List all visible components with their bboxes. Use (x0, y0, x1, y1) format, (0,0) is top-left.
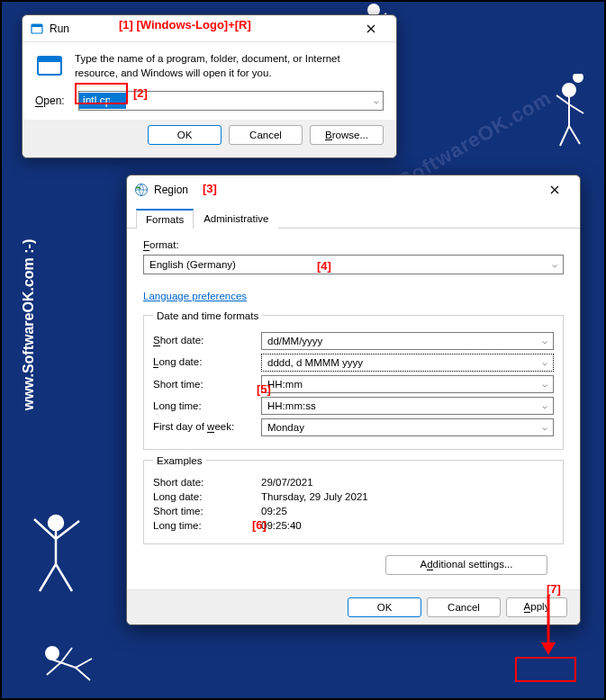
run-body-icon (35, 51, 66, 82)
examples-legend: Examples (153, 455, 206, 466)
close-button[interactable] (353, 17, 389, 40)
close-icon (550, 185, 559, 194)
svg-rect-10 (38, 57, 61, 62)
open-combobox[interactable]: ⌵ (78, 91, 384, 111)
tab-bar: Formats Administrative (127, 204, 580, 229)
decorative-figure (542, 74, 596, 164)
language-preferences-link[interactable]: Language preferences (143, 291, 247, 301)
chevron-down-icon: ⌵ (552, 259, 557, 269)
close-button[interactable] (537, 178, 573, 202)
ex-long-time-label: Long time: (153, 520, 261, 531)
run-body: Type the name of a program, folder, docu… (23, 42, 396, 87)
run-button-row: OK Cancel Browse... (23, 120, 396, 157)
format-value: English (Germany) (149, 259, 236, 270)
open-input[interactable] (79, 93, 126, 109)
long-time-label: Long time: (153, 400, 261, 411)
ok-button[interactable]: OK (348, 597, 421, 617)
chevron-down-icon: ⌵ (374, 95, 379, 105)
run-description: Type the name of a program, folder, docu… (75, 51, 384, 82)
ex-short-time-label: Short time: (153, 506, 261, 516)
ok-button[interactable]: OK (148, 125, 222, 145)
run-icon (30, 22, 44, 36)
chevron-down-icon: ⌵ (542, 422, 547, 432)
tab-administrative[interactable]: Administrative (194, 209, 278, 229)
date-time-formats-legend: Date and time formats (153, 310, 262, 321)
svg-point-3 (49, 516, 63, 530)
region-footer: OK Cancel Apply (127, 589, 580, 624)
format-label: Format: (143, 239, 564, 251)
tab-panel-formats: Format: English (Germany) ⌵ Language pre… (127, 229, 580, 589)
globe-icon (134, 183, 149, 197)
first-day-combobox[interactable]: Monday⌵ (261, 418, 554, 436)
region-titlebar[interactable]: Region (127, 175, 580, 204)
cancel-button[interactable]: Cancel (427, 597, 501, 617)
svg-rect-8 (32, 24, 42, 27)
tab-formats[interactable]: Formats (136, 209, 194, 229)
format-combobox[interactable]: English (Germany) ⌵ (143, 255, 564, 274)
side-watermark: www.SoftwareOK.com :-) (21, 235, 37, 415)
short-date-combobox[interactable]: dd/MM/yyyy⌵ (261, 332, 554, 350)
ex-short-date-value: 29/07/2021 (261, 477, 554, 488)
short-time-label: Short time: (153, 379, 261, 390)
examples-fieldset: Examples Short date:29/07/2021 Long date… (143, 455, 564, 544)
close-icon (366, 24, 375, 33)
annotation-7-box (515, 657, 576, 682)
run-titlebar[interactable]: Run (23, 15, 396, 42)
region-dialog: Region Formats Administrative Format: En… (126, 175, 581, 625)
long-date-label: Long date: (153, 356, 261, 368)
chevron-down-icon: ⌵ (542, 357, 547, 367)
first-day-label: First day of week: (153, 421, 261, 433)
run-dialog: Run Type the name of a program, folder, … (22, 14, 397, 158)
ex-long-time-value: 09:25:40 (261, 520, 554, 531)
ex-long-date-label: Long date: (153, 491, 261, 502)
ex-long-date-value: Thursday, 29 July 2021 (261, 491, 554, 502)
browse-button[interactable]: Browse... (310, 125, 384, 145)
long-time-combobox[interactable]: HH:mm:ss⌵ (261, 397, 554, 415)
run-dialog-title: Run (50, 22, 353, 35)
svg-point-1 (563, 84, 575, 96)
chevron-down-icon: ⌵ (542, 379, 547, 389)
region-dialog-title: Region (154, 184, 537, 196)
cancel-button[interactable]: Cancel (229, 125, 303, 145)
svg-marker-6 (541, 642, 556, 655)
additional-settings-button[interactable]: Additional settings... (385, 555, 547, 575)
apply-button[interactable]: Apply (506, 597, 567, 617)
ex-short-time-value: 09:25 (261, 506, 554, 516)
long-date-combobox[interactable]: dddd, d MMMM yyyy⌵ (261, 354, 554, 372)
short-time-combobox[interactable]: HH:mm⌵ (261, 375, 554, 393)
decorative-figure (29, 632, 110, 686)
svg-point-4 (46, 647, 59, 660)
chevron-down-icon: ⌵ (542, 400, 547, 410)
short-date-label: Short date: (153, 335, 261, 346)
decorative-figure (13, 501, 103, 609)
ex-short-date-label: Short date: (153, 477, 261, 488)
svg-point-2 (574, 74, 583, 82)
open-label: Open: (35, 94, 69, 107)
date-time-formats-fieldset: Date and time formats Short date: dd/MM/… (143, 310, 564, 450)
chevron-down-icon: ⌵ (542, 336, 547, 346)
